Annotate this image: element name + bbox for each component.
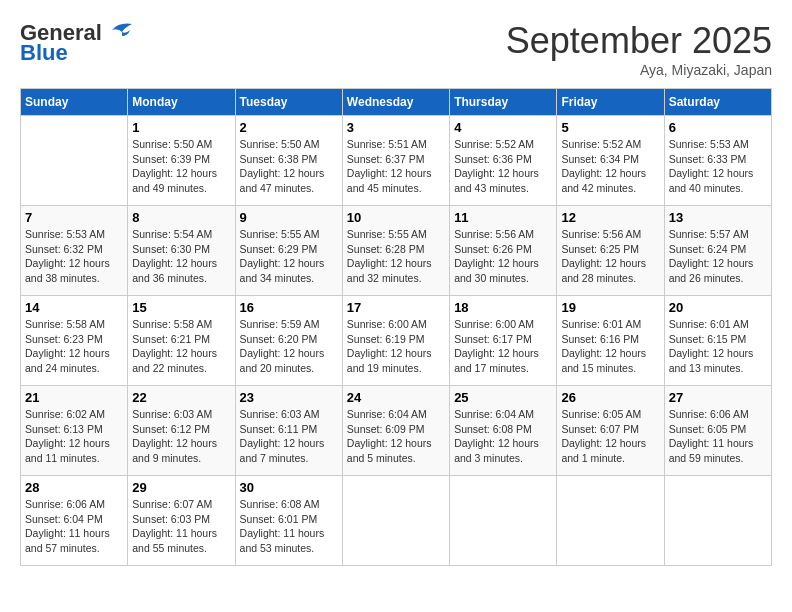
calendar-cell: 2Sunrise: 5:50 AMSunset: 6:38 PMDaylight…	[235, 116, 342, 206]
calendar-cell: 20Sunrise: 6:01 AMSunset: 6:15 PMDayligh…	[664, 296, 771, 386]
calendar-cell: 1Sunrise: 5:50 AMSunset: 6:39 PMDaylight…	[128, 116, 235, 206]
day-detail: Sunrise: 6:01 AMSunset: 6:16 PMDaylight:…	[561, 317, 659, 376]
day-number: 16	[240, 300, 338, 315]
day-detail: Sunrise: 5:57 AMSunset: 6:24 PMDaylight:…	[669, 227, 767, 286]
day-detail: Sunrise: 5:51 AMSunset: 6:37 PMDaylight:…	[347, 137, 445, 196]
calendar-cell: 7Sunrise: 5:53 AMSunset: 6:32 PMDaylight…	[21, 206, 128, 296]
day-detail: Sunrise: 6:05 AMSunset: 6:07 PMDaylight:…	[561, 407, 659, 466]
day-number: 15	[132, 300, 230, 315]
logo-bird-icon	[104, 20, 134, 42]
day-detail: Sunrise: 6:06 AMSunset: 6:04 PMDaylight:…	[25, 497, 123, 556]
day-number: 19	[561, 300, 659, 315]
day-detail: Sunrise: 5:59 AMSunset: 6:20 PMDaylight:…	[240, 317, 338, 376]
calendar-cell	[342, 476, 449, 566]
day-detail: Sunrise: 6:07 AMSunset: 6:03 PMDaylight:…	[132, 497, 230, 556]
day-number: 12	[561, 210, 659, 225]
calendar-cell: 24Sunrise: 6:04 AMSunset: 6:09 PMDayligh…	[342, 386, 449, 476]
calendar-cell: 26Sunrise: 6:05 AMSunset: 6:07 PMDayligh…	[557, 386, 664, 476]
day-number: 24	[347, 390, 445, 405]
day-detail: Sunrise: 6:02 AMSunset: 6:13 PMDaylight:…	[25, 407, 123, 466]
calendar-cell: 14Sunrise: 5:58 AMSunset: 6:23 PMDayligh…	[21, 296, 128, 386]
day-number: 26	[561, 390, 659, 405]
day-number: 6	[669, 120, 767, 135]
calendar-cell: 30Sunrise: 6:08 AMSunset: 6:01 PMDayligh…	[235, 476, 342, 566]
day-detail: Sunrise: 5:55 AMSunset: 6:29 PMDaylight:…	[240, 227, 338, 286]
day-number: 14	[25, 300, 123, 315]
day-detail: Sunrise: 5:52 AMSunset: 6:36 PMDaylight:…	[454, 137, 552, 196]
weekday-header-monday: Monday	[128, 89, 235, 116]
weekday-header-wednesday: Wednesday	[342, 89, 449, 116]
page-header: General Blue September 2025 Aya, Miyazak…	[20, 20, 772, 78]
day-detail: Sunrise: 6:00 AMSunset: 6:19 PMDaylight:…	[347, 317, 445, 376]
calendar-cell: 27Sunrise: 6:06 AMSunset: 6:05 PMDayligh…	[664, 386, 771, 476]
day-detail: Sunrise: 6:03 AMSunset: 6:12 PMDaylight:…	[132, 407, 230, 466]
day-detail: Sunrise: 6:08 AMSunset: 6:01 PMDaylight:…	[240, 497, 338, 556]
day-number: 13	[669, 210, 767, 225]
day-detail: Sunrise: 5:54 AMSunset: 6:30 PMDaylight:…	[132, 227, 230, 286]
calendar-cell: 6Sunrise: 5:53 AMSunset: 6:33 PMDaylight…	[664, 116, 771, 206]
calendar-cell: 8Sunrise: 5:54 AMSunset: 6:30 PMDaylight…	[128, 206, 235, 296]
weekday-header-tuesday: Tuesday	[235, 89, 342, 116]
month-title: September 2025	[506, 20, 772, 62]
calendar-cell: 15Sunrise: 5:58 AMSunset: 6:21 PMDayligh…	[128, 296, 235, 386]
day-number: 30	[240, 480, 338, 495]
day-number: 10	[347, 210, 445, 225]
day-number: 23	[240, 390, 338, 405]
calendar-cell: 12Sunrise: 5:56 AMSunset: 6:25 PMDayligh…	[557, 206, 664, 296]
week-row-2: 7Sunrise: 5:53 AMSunset: 6:32 PMDaylight…	[21, 206, 772, 296]
calendar-cell: 23Sunrise: 6:03 AMSunset: 6:11 PMDayligh…	[235, 386, 342, 476]
day-detail: Sunrise: 5:56 AMSunset: 6:25 PMDaylight:…	[561, 227, 659, 286]
logo: General Blue	[20, 20, 134, 66]
day-detail: Sunrise: 5:53 AMSunset: 6:33 PMDaylight:…	[669, 137, 767, 196]
day-number: 28	[25, 480, 123, 495]
day-number: 7	[25, 210, 123, 225]
day-detail: Sunrise: 5:58 AMSunset: 6:23 PMDaylight:…	[25, 317, 123, 376]
day-number: 25	[454, 390, 552, 405]
week-row-1: 1Sunrise: 5:50 AMSunset: 6:39 PMDaylight…	[21, 116, 772, 206]
calendar-cell: 28Sunrise: 6:06 AMSunset: 6:04 PMDayligh…	[21, 476, 128, 566]
calendar-cell: 21Sunrise: 6:02 AMSunset: 6:13 PMDayligh…	[21, 386, 128, 476]
calendar-cell	[557, 476, 664, 566]
day-detail: Sunrise: 6:04 AMSunset: 6:09 PMDaylight:…	[347, 407, 445, 466]
day-detail: Sunrise: 5:53 AMSunset: 6:32 PMDaylight:…	[25, 227, 123, 286]
day-detail: Sunrise: 6:06 AMSunset: 6:05 PMDaylight:…	[669, 407, 767, 466]
calendar-cell: 5Sunrise: 5:52 AMSunset: 6:34 PMDaylight…	[557, 116, 664, 206]
weekday-header-saturday: Saturday	[664, 89, 771, 116]
day-number: 8	[132, 210, 230, 225]
day-number: 5	[561, 120, 659, 135]
day-number: 18	[454, 300, 552, 315]
calendar-cell: 13Sunrise: 5:57 AMSunset: 6:24 PMDayligh…	[664, 206, 771, 296]
day-number: 9	[240, 210, 338, 225]
calendar-cell	[664, 476, 771, 566]
location: Aya, Miyazaki, Japan	[506, 62, 772, 78]
day-number: 20	[669, 300, 767, 315]
logo-blue-text: Blue	[20, 40, 68, 66]
calendar-cell: 3Sunrise: 5:51 AMSunset: 6:37 PMDaylight…	[342, 116, 449, 206]
calendar-cell: 10Sunrise: 5:55 AMSunset: 6:28 PMDayligh…	[342, 206, 449, 296]
day-number: 4	[454, 120, 552, 135]
day-detail: Sunrise: 5:50 AMSunset: 6:39 PMDaylight:…	[132, 137, 230, 196]
calendar-cell	[21, 116, 128, 206]
calendar-cell: 18Sunrise: 6:00 AMSunset: 6:17 PMDayligh…	[450, 296, 557, 386]
day-number: 27	[669, 390, 767, 405]
calendar-cell: 25Sunrise: 6:04 AMSunset: 6:08 PMDayligh…	[450, 386, 557, 476]
day-detail: Sunrise: 6:04 AMSunset: 6:08 PMDaylight:…	[454, 407, 552, 466]
calendar-cell: 22Sunrise: 6:03 AMSunset: 6:12 PMDayligh…	[128, 386, 235, 476]
day-number: 21	[25, 390, 123, 405]
day-detail: Sunrise: 6:03 AMSunset: 6:11 PMDaylight:…	[240, 407, 338, 466]
calendar-cell: 17Sunrise: 6:00 AMSunset: 6:19 PMDayligh…	[342, 296, 449, 386]
weekday-header-thursday: Thursday	[450, 89, 557, 116]
day-detail: Sunrise: 5:50 AMSunset: 6:38 PMDaylight:…	[240, 137, 338, 196]
day-number: 17	[347, 300, 445, 315]
week-row-4: 21Sunrise: 6:02 AMSunset: 6:13 PMDayligh…	[21, 386, 772, 476]
week-row-3: 14Sunrise: 5:58 AMSunset: 6:23 PMDayligh…	[21, 296, 772, 386]
weekday-header-sunday: Sunday	[21, 89, 128, 116]
day-detail: Sunrise: 6:00 AMSunset: 6:17 PMDaylight:…	[454, 317, 552, 376]
calendar-cell: 16Sunrise: 5:59 AMSunset: 6:20 PMDayligh…	[235, 296, 342, 386]
calendar-cell: 29Sunrise: 6:07 AMSunset: 6:03 PMDayligh…	[128, 476, 235, 566]
day-detail: Sunrise: 6:01 AMSunset: 6:15 PMDaylight:…	[669, 317, 767, 376]
weekday-header-friday: Friday	[557, 89, 664, 116]
day-detail: Sunrise: 5:58 AMSunset: 6:21 PMDaylight:…	[132, 317, 230, 376]
day-number: 11	[454, 210, 552, 225]
weekday-header-row: SundayMondayTuesdayWednesdayThursdayFrid…	[21, 89, 772, 116]
